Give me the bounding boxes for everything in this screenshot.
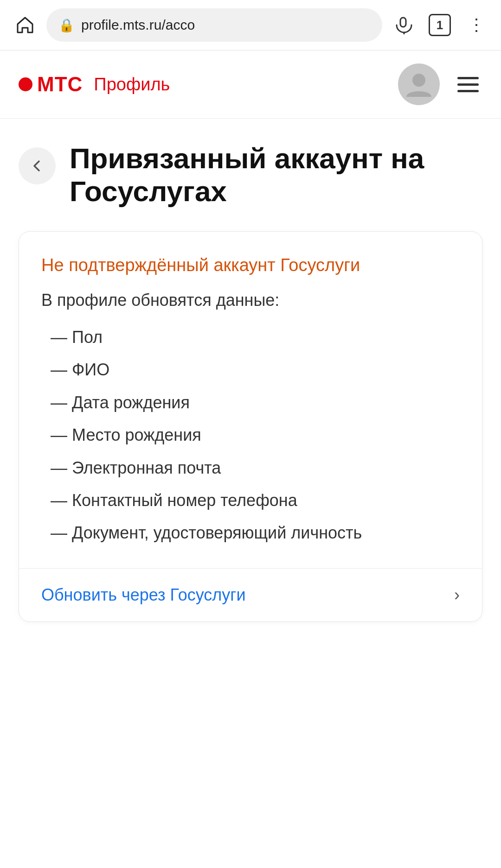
main-content: Привязанный аккаунт на Госуслугах Не под… [0,119,501,650]
list-item: — Дата рождения [41,386,460,419]
browser-right-controls: 1 ⋮ [392,13,488,37]
microphone-icon[interactable] [392,13,415,37]
update-description: В профиле обновятся данные: [41,291,460,310]
home-icon[interactable] [13,13,37,37]
site-header: МТС Профиль [0,51,501,119]
list-item: — Электронная почта [41,452,460,484]
avatar[interactable] [398,63,440,105]
more-options-icon[interactable]: ⋮ [465,13,488,37]
back-button[interactable] [19,147,56,184]
url-bar[interactable]: 🔒 profile.mts.ru/acco [46,8,382,42]
gosuslugi-link[interactable]: Обновить через Госуслуги [41,585,246,605]
info-card: Не подтверждённый аккаунт Госуслуги В пр… [19,231,482,622]
lock-icon: 🔒 [58,18,75,33]
browser-chrome: 🔒 profile.mts.ru/acco 1 ⋮ [0,0,501,51]
card-action[interactable]: Обновить через Госуслуги › [41,569,460,621]
hamburger-line-1 [457,77,479,79]
action-arrow-icon: › [454,585,460,605]
mts-dot [19,77,32,91]
logo-area: МТС Профиль [19,73,170,96]
svg-rect-0 [400,18,406,27]
profile-label: Профиль [94,75,170,95]
hamburger-line-2 [457,83,479,86]
list-item: — Пол [41,321,460,354]
tab-count[interactable]: 1 [429,14,451,36]
url-text: profile.mts.ru/acco [81,17,195,33]
list-item: — Место рождения [41,419,460,451]
mts-logo-text: МТС [37,73,83,96]
page-title: Привязанный аккаунт на Госуслугах [70,142,482,208]
header-right [398,63,482,105]
account-status: Не подтверждённый аккаунт Госуслуги [41,254,460,277]
mts-logo[interactable]: МТС [19,73,83,96]
hamburger-line-3 [457,90,479,92]
list-item: — ФИО [41,354,460,386]
page-header: Привязанный аккаунт на Госуслугах [19,142,482,208]
hamburger-menu-icon[interactable] [454,73,482,96]
list-item: — Документ, удостоверяющий личность [41,517,460,549]
svg-point-2 [412,74,425,87]
data-update-list: — Пол— ФИО— Дата рождения— Место рождени… [41,321,460,550]
list-item: — Контактный номер телефона [41,484,460,517]
